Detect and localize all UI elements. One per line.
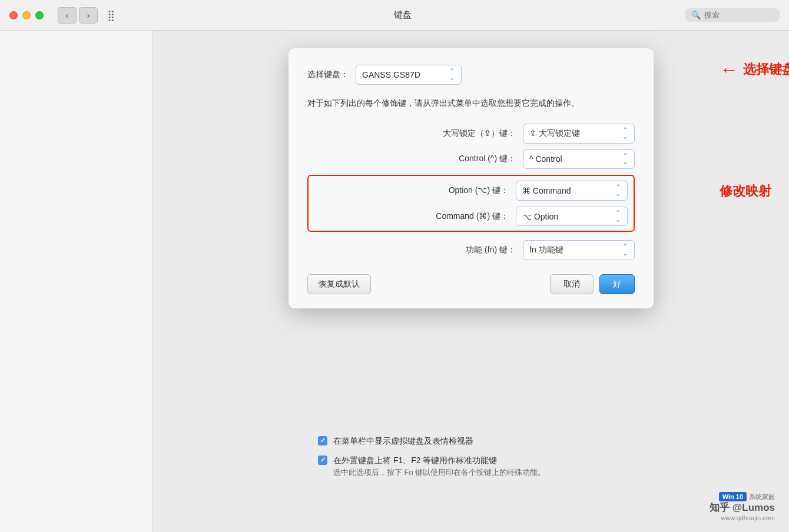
mapping-rows: 大写锁定（⇪）键： ⇪ 大写锁定键 ⌃ ⌄ Control (^) 键： xyxy=(307,124,635,260)
checkbox-row-1: 在外置键盘上将 F1、F2 等键用作标准功能键 选中此选项后，按下 Fn 键以使… xyxy=(318,454,765,478)
search-box[interactable]: 🔍 xyxy=(685,8,780,22)
win10-site: 系统家园 xyxy=(749,493,775,501)
mapping-row-capslock: 大写锁定（⇪）键： ⇪ 大写锁定键 ⌃ ⌄ xyxy=(307,124,635,144)
mapping-row-control: Control (^) 键： ^ Control ⌃ ⌄ xyxy=(307,149,635,169)
win10-badge: Win 10 系统家园 xyxy=(719,492,775,501)
checkbox-virtual-keyboard-label: 在菜单栏中显示虚拟键盘及表情检视器 xyxy=(333,435,473,447)
select-keyboard-row: 选择键盘： GANSS GS87D ⌃ ⌄ xyxy=(307,65,635,85)
titlebar: ‹ › ⣿ 键盘 🔍 xyxy=(0,0,789,31)
command-select-arrows: ⌃ ⌄ xyxy=(615,210,621,223)
cancel-button[interactable]: 取消 xyxy=(550,274,594,294)
ok-button[interactable]: 好 xyxy=(599,274,635,294)
search-icon: 🔍 xyxy=(691,11,701,19)
select-keyboard-label: 选择键盘： xyxy=(307,69,349,80)
watermark-brand: 知乎 @Lumos xyxy=(710,501,775,514)
mapping-row-command: Command (⌘) 键： ⌥ Option ⌃ ⌄ xyxy=(314,207,628,227)
fn-select[interactable]: fn 功能键 ⌃ ⌄ xyxy=(523,240,635,260)
checkbox-fn-keys[interactable] xyxy=(318,455,327,465)
window-title: 键盘 xyxy=(124,9,681,21)
checkbox-virtual-keyboard[interactable] xyxy=(318,436,327,445)
capslock-select[interactable]: ⇪ 大写锁定键 ⌃ ⌄ xyxy=(523,124,635,144)
forward-button[interactable]: › xyxy=(79,7,98,24)
command-label: Command (⌘) 键： xyxy=(391,211,509,222)
annotation-mapping-text: 修改映射 xyxy=(720,184,771,198)
option-label: Option (⌥) 键： xyxy=(391,185,509,196)
mapping-row-fn: 功能 (fn) 键： fn 功能键 ⌃ ⌄ xyxy=(307,240,635,260)
annotation-keyboard-text: 选择键盘 xyxy=(743,61,789,78)
mapping-row-option: Option (⌥) 键： ⌘ Command ⌃ ⌄ xyxy=(314,181,628,201)
dialog-overlay: ← 选择键盘 修改映射 选择键盘： GANSS GS87D ⌃ ⌄ xyxy=(153,31,789,532)
annotation-keyboard: ← 选择键盘 xyxy=(720,60,789,79)
capslock-select-arrows: ⌃ ⌄ xyxy=(622,127,628,140)
option-select-arrows: ⌃ ⌄ xyxy=(615,184,621,197)
option-select[interactable]: ⌘ Command ⌃ ⌄ xyxy=(516,181,628,201)
win10-logo: Win 10 xyxy=(719,492,747,501)
fn-label: 功能 (fn) 键： xyxy=(398,245,516,255)
checkboxes-area: 在菜单栏中显示虚拟键盘及表情检视器 在外置键盘上将 F1、F2 等键用作标准功能… xyxy=(318,435,765,486)
watermark-site: www.qdhuajin.com xyxy=(710,514,775,521)
keyboard-value: GANSS GS87D xyxy=(362,70,420,79)
control-value: ^ Control xyxy=(529,154,562,164)
sidebar xyxy=(0,31,153,532)
control-select-arrows: ⌃ ⌄ xyxy=(622,153,628,166)
fn-select-arrows: ⌃ ⌄ xyxy=(622,244,628,257)
grid-icon: ⣿ xyxy=(107,9,115,22)
back-button[interactable]: ‹ xyxy=(58,7,77,24)
main-content: ← 选择键盘 修改映射 选择键盘： GANSS GS87D ⌃ ⌄ xyxy=(0,31,789,532)
dialog: 选择键盘： GANSS GS87D ⌃ ⌄ 对于如下列出的每个修饰键，请从弹出式… xyxy=(289,48,654,308)
close-button[interactable] xyxy=(9,11,18,19)
select-arrows-icon: ⌃ ⌄ xyxy=(449,68,455,81)
highlight-box: Option (⌥) 键： ⌘ Command ⌃ ⌄ Com xyxy=(307,175,635,232)
traffic-lights xyxy=(9,11,44,19)
capslock-label: 大写锁定（⇪）键： xyxy=(398,128,516,139)
control-label: Control (^) 键： xyxy=(398,154,516,164)
restore-button[interactable]: 恢复成默认 xyxy=(307,274,371,294)
command-select[interactable]: ⌥ Option ⌃ ⌄ xyxy=(516,207,628,227)
description: 对于如下列出的每个修饰键，请从弹出式菜单中选取您想要它完成的操作。 xyxy=(307,97,635,109)
checkbox-row-0: 在菜单栏中显示虚拟键盘及表情检视器 xyxy=(318,435,765,447)
option-value: ⌘ Command xyxy=(522,186,571,195)
capslock-value: ⇪ 大写锁定键 xyxy=(529,128,580,139)
search-input[interactable] xyxy=(704,11,774,19)
control-select[interactable]: ^ Control ⌃ ⌄ xyxy=(523,149,635,169)
maximize-button[interactable] xyxy=(35,11,44,19)
keyboard-select[interactable]: GANSS GS87D ⌃ ⌄ xyxy=(356,65,462,85)
fn-value: fn 功能键 xyxy=(529,245,563,255)
minimize-button[interactable] xyxy=(22,11,31,19)
annotation-mapping: 修改映射 xyxy=(720,182,771,200)
nav-buttons: ‹ › xyxy=(58,7,98,24)
checkbox-fn-keys-label: 在外置键盘上将 F1、F2 等键用作标准功能键 选中此选项后，按下 Fn 键以使… xyxy=(333,454,545,478)
command-value: ⌥ Option xyxy=(522,212,558,221)
dialog-buttons: 恢复成默认 取消 好 xyxy=(307,274,635,294)
watermark: 知乎 @Lumos www.qdhuajin.com xyxy=(710,501,775,521)
